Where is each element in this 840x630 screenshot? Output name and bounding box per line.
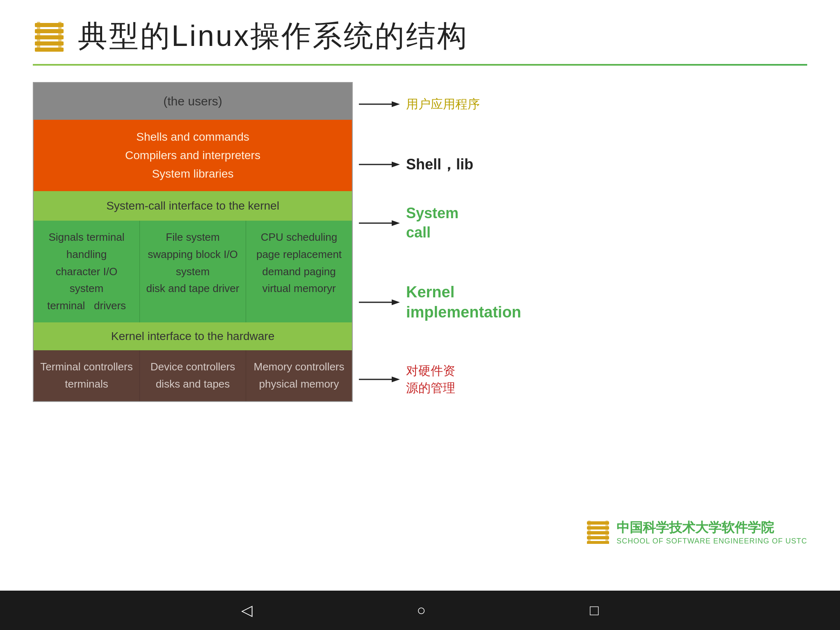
annotation-kernel-text: Kernelimplementation bbox=[406, 282, 521, 323]
kernel-cell-1: File system swapping block I/O system di… bbox=[140, 221, 246, 322]
annotation-hw: 对硬件资源的管理 bbox=[359, 365, 521, 394]
svg-rect-6 bbox=[58, 22, 62, 50]
ustc-logo-icon bbox=[586, 519, 610, 546]
kernel-cell-0: Signals terminal handling character I/O … bbox=[34, 221, 140, 322]
kernel-cell-2: CPU scheduling page replacement demand p… bbox=[246, 221, 352, 322]
header-logo-icon bbox=[33, 20, 66, 52]
kernel-cell-2-l3: demand paging bbox=[252, 263, 346, 281]
kernel-cell-0-l4: terminal drivers bbox=[40, 297, 133, 315]
controller-1-l1: Device controllers bbox=[146, 358, 240, 376]
home-button[interactable]: ○ bbox=[417, 602, 426, 619]
controller-1-l2: disks and tapes bbox=[146, 376, 240, 393]
header: 典型的Linux操作系统的结构 bbox=[33, 16, 807, 56]
svg-rect-5 bbox=[37, 22, 40, 50]
annotation-hw-text: 对硬件资源的管理 bbox=[406, 362, 455, 397]
svg-marker-14 bbox=[392, 299, 400, 305]
ustc-logo: 中国科学技术大学软件学院 SCHOOL OF SOFTWARE ENGINEER… bbox=[586, 519, 807, 546]
orange-line3: System libraries bbox=[38, 165, 348, 183]
annotation-shell: Shell，lib bbox=[359, 140, 521, 189]
annotation-users-text: 用户应用程序 bbox=[406, 96, 480, 113]
controllers-layer: Terminal controllers terminals Device co… bbox=[34, 350, 352, 401]
svg-marker-12 bbox=[392, 220, 400, 226]
controller-2-l1: Memory controllers bbox=[252, 358, 346, 376]
diagram: (the users) Shells and commands Compiler… bbox=[33, 82, 353, 402]
annotation-syscall-text: Systemcall bbox=[406, 204, 459, 242]
arrow-users bbox=[359, 98, 400, 110]
ustc-sub: SCHOOL OF SOFTWARE ENGINEERING OF USTC bbox=[616, 537, 807, 546]
arrow-kernel bbox=[359, 296, 400, 308]
page-title: 典型的Linux操作系统的结构 bbox=[78, 16, 468, 56]
kernel-cell-1-l2: swapping block I/O bbox=[146, 246, 240, 263]
main-content: (the users) Shells and commands Compiler… bbox=[33, 82, 807, 402]
kernel-cell-2-l1: CPU scheduling bbox=[252, 229, 346, 246]
users-layer: (the users) bbox=[34, 83, 352, 120]
annotation-kernel: Kernelimplementation bbox=[359, 257, 521, 347]
syscall-text: System-call interface to the kernel bbox=[106, 199, 279, 212]
right-annotations: 用户应用程序 Shell，lib Systemcall bbox=[353, 82, 521, 394]
header-divider bbox=[33, 64, 807, 66]
annotation-syscall: Systemcall bbox=[359, 207, 521, 240]
controller-cell-1: Device controllers disks and tapes bbox=[140, 350, 246, 401]
orange-line1: Shells and commands bbox=[38, 128, 348, 146]
kernel-cell-0-l2: handling bbox=[40, 246, 133, 263]
slide: 典型的Linux操作系统的结构 (the users) Shells and c… bbox=[0, 0, 840, 591]
recent-button[interactable]: □ bbox=[590, 602, 599, 619]
svg-marker-10 bbox=[392, 162, 400, 167]
kernel-layer: Signals terminal handling character I/O … bbox=[34, 221, 352, 322]
os-structure-diagram: (the users) Shells and commands Compiler… bbox=[33, 82, 353, 402]
hw-interface-layer: Kernel interface to the hardware bbox=[34, 322, 352, 350]
controller-cell-0: Terminal controllers terminals bbox=[34, 350, 140, 401]
kernel-cell-1-l1: File system bbox=[146, 229, 240, 246]
kernel-cell-2-l2: page replacement bbox=[252, 246, 346, 263]
users-layer-text: (the users) bbox=[163, 94, 222, 108]
controller-2-l2: physical memory bbox=[252, 376, 346, 393]
svg-marker-16 bbox=[392, 377, 400, 382]
controller-0-l2: terminals bbox=[40, 376, 133, 393]
syscall-layer: System-call interface to the kernel bbox=[34, 191, 352, 221]
controller-cell-2: Memory controllers physical memory bbox=[246, 350, 352, 401]
svg-rect-22 bbox=[588, 520, 591, 543]
kernel-cell-2-l4: virtual memoryr bbox=[252, 280, 346, 297]
controller-0-l1: Terminal controllers bbox=[40, 358, 133, 376]
svg-marker-8 bbox=[392, 101, 400, 107]
hw-interface-text: Kernel interface to the hardware bbox=[111, 330, 274, 342]
arrow-syscall bbox=[359, 217, 400, 229]
annotation-users: 用户应用程序 bbox=[359, 86, 521, 122]
nav-bar: ◁ ○ □ bbox=[0, 591, 840, 630]
ustc-logo-text: 中国科学技术大学软件学院 SCHOOL OF SOFTWARE ENGINEER… bbox=[616, 519, 807, 546]
back-button[interactable]: ◁ bbox=[241, 602, 253, 619]
kernel-cell-1-l4: disk and tape driver bbox=[146, 280, 240, 297]
annotation-shell-text: Shell，lib bbox=[406, 155, 473, 175]
arrow-shell bbox=[359, 158, 400, 171]
kernel-cell-0-l3: character I/O system bbox=[40, 263, 133, 297]
svg-rect-23 bbox=[605, 520, 608, 543]
orange-line2: Compilers and interpreters bbox=[38, 146, 348, 165]
arrow-hw bbox=[359, 373, 400, 386]
orange-layer: Shells and commands Compilers and interp… bbox=[34, 120, 352, 191]
kernel-cell-0-l1: Signals terminal bbox=[40, 229, 133, 246]
kernel-cell-1-l3: system bbox=[146, 263, 240, 281]
ustc-name: 中国科学技术大学软件学院 bbox=[616, 519, 807, 537]
